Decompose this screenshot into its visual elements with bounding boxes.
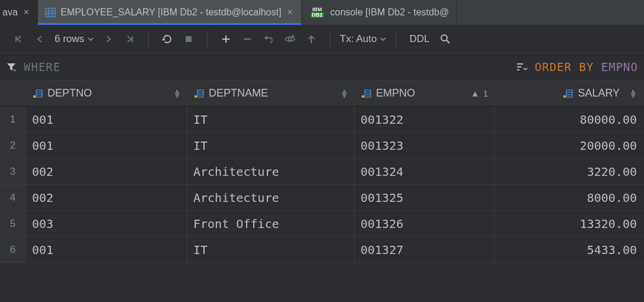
cell-empno[interactable]: 001327 <box>355 237 495 262</box>
column-icon <box>562 89 573 98</box>
cell-deptno[interactable]: 001 <box>26 107 187 132</box>
tab-label: EMPLOYEE_SALARY [IBM Db2 - testdb@localh… <box>60 7 281 18</box>
row-number[interactable]: 4 <box>0 185 26 210</box>
revert-button[interactable] <box>260 30 278 48</box>
tab-previous[interactable]: ava × <box>0 0 38 25</box>
column-header-empno[interactable]: EMPNO ▲ 1 <box>355 81 495 106</box>
row-number[interactable]: 1 <box>0 107 26 132</box>
rows-count-label: 6 rows <box>55 33 84 45</box>
filter-icon[interactable] <box>6 62 17 72</box>
row-number[interactable]: 2 <box>0 133 26 158</box>
column-label: EMPNO <box>376 87 415 99</box>
order-keyword: ORDER <box>535 60 572 73</box>
table-icon <box>45 7 56 18</box>
cell-deptno[interactable]: 003 <box>26 211 187 236</box>
editor-tabs: ava × EMPLOYEE_SALARY [IBM Db2 - testdb@… <box>0 0 644 25</box>
add-row-button[interactable] <box>217 30 235 48</box>
tab-label: console [IBM Db2 - testdb@ <box>330 7 449 18</box>
table-row[interactable]: 3002Architecture0013243220.00 <box>0 159 644 185</box>
row-number[interactable]: 3 <box>0 159 26 184</box>
close-icon[interactable]: × <box>286 7 294 18</box>
sort-indicator-icon: ▲▼ <box>340 89 348 98</box>
preview-button[interactable] <box>281 30 299 48</box>
svg-rect-18 <box>365 90 371 97</box>
close-icon[interactable]: × <box>23 7 30 18</box>
cell-salary[interactable]: 8000.00 <box>495 185 643 210</box>
row-number[interactable]: 5 <box>0 211 26 236</box>
column-icon <box>361 89 371 98</box>
svg-point-17 <box>362 95 364 97</box>
cell-salary[interactable]: 80000.00 <box>495 107 643 132</box>
by-keyword: BY <box>579 60 594 73</box>
cell-deptno[interactable]: 001 <box>26 133 187 158</box>
svg-point-13 <box>195 95 197 97</box>
cell-deptno[interactable]: 002 <box>26 185 187 210</box>
search-button[interactable] <box>436 30 454 48</box>
filter-bar: WHERE ORDER BY EMPNO <box>0 53 644 81</box>
data-toolbar: 6 rows <box>0 25 644 53</box>
svg-point-21 <box>563 95 566 97</box>
cell-deptname[interactable]: IT <box>187 107 355 132</box>
tx-mode-dropdown[interactable]: Tx: Auto <box>340 33 386 45</box>
cell-salary[interactable]: 3220.00 <box>495 159 643 184</box>
cell-deptname[interactable]: IT <box>187 237 355 262</box>
cell-deptno[interactable]: 001 <box>26 237 187 262</box>
first-page-button[interactable] <box>9 30 27 48</box>
cell-deptname[interactable]: IT <box>187 133 355 158</box>
cell-empno[interactable]: 001322 <box>355 107 495 132</box>
cell-empno[interactable]: 001326 <box>355 211 495 236</box>
column-label: DEPTNAME <box>209 87 268 99</box>
column-header-deptname[interactable]: DEPTNAME ▲▼ <box>187 81 355 106</box>
column-icon <box>193 89 204 98</box>
cell-empno[interactable]: 001323 <box>355 133 495 158</box>
cell-empno[interactable]: 001325 <box>355 185 495 210</box>
cell-deptname[interactable]: Front Office <box>187 211 355 236</box>
cell-salary[interactable]: 13320.00 <box>495 211 643 236</box>
column-header-deptno[interactable]: DEPTNO ▲▼ <box>26 81 187 106</box>
reload-button[interactable] <box>158 30 176 48</box>
tx-mode-label: Tx: Auto <box>340 33 377 45</box>
remove-row-button[interactable] <box>238 30 256 48</box>
svg-rect-22 <box>566 90 572 97</box>
tab-label: ava <box>2 7 18 18</box>
column-label: SALARY <box>578 87 620 99</box>
last-page-button[interactable] <box>121 30 139 48</box>
svg-point-9 <box>33 95 36 97</box>
table-row[interactable]: 5003Front Office00132613320.00 <box>0 211 644 237</box>
svg-rect-10 <box>36 90 42 97</box>
cell-deptno[interactable]: 002 <box>26 159 187 184</box>
table-row[interactable]: 2001IT00132320000.00 <box>0 133 644 159</box>
column-label: DEPTNO <box>47 87 92 99</box>
svg-point-6 <box>289 37 292 40</box>
row-number-header[interactable] <box>0 81 26 106</box>
grid-header: DEPTNO ▲▼ DEPTNAME ▲▼ EMPNO ▲ 1 SALARY ▲… <box>0 81 644 107</box>
sort-asc-indicator: ▲ 1 <box>471 88 488 98</box>
order-column: EMPNO <box>601 60 638 73</box>
table-row[interactable]: 6001IT0013275433.00 <box>0 237 644 263</box>
cell-deptname[interactable]: Architecture <box>187 159 355 184</box>
stop-button[interactable] <box>180 30 197 48</box>
column-icon <box>32 89 43 98</box>
order-by-clause[interactable]: ORDER BY EMPNO <box>535 60 638 73</box>
table-row[interactable]: 1001IT00132280000.00 <box>0 107 644 133</box>
cell-salary[interactable]: 5433.00 <box>495 237 643 262</box>
data-grid: DEPTNO ▲▼ DEPTNAME ▲▼ EMPNO ▲ 1 SALARY ▲… <box>0 81 644 263</box>
svg-point-7 <box>292 35 294 37</box>
next-page-button[interactable] <box>100 30 117 48</box>
svg-rect-0 <box>46 8 55 17</box>
sort-icon[interactable] <box>516 62 528 72</box>
rows-count-dropdown[interactable]: 6 rows <box>52 33 96 45</box>
prev-page-button[interactable] <box>31 30 49 48</box>
tab-employee-salary[interactable]: EMPLOYEE_SALARY [IBM Db2 - testdb@localh… <box>38 0 302 25</box>
cell-salary[interactable]: 20000.00 <box>495 133 643 158</box>
table-row[interactable]: 4002Architecture0013258000.00 <box>0 185 644 211</box>
submit-button[interactable] <box>302 30 320 48</box>
row-number[interactable]: 6 <box>0 237 26 262</box>
cell-deptname[interactable]: Architecture <box>187 185 355 210</box>
cell-empno[interactable]: 001324 <box>355 159 495 184</box>
column-header-salary[interactable]: SALARY ▲▼ <box>495 81 643 106</box>
tab-console[interactable]: IBMDB2 console [IBM Db2 - testdb@ <box>302 0 457 25</box>
svg-rect-14 <box>197 90 203 97</box>
where-placeholder[interactable]: WHERE <box>24 60 60 73</box>
ddl-button[interactable]: DDL <box>406 33 433 45</box>
